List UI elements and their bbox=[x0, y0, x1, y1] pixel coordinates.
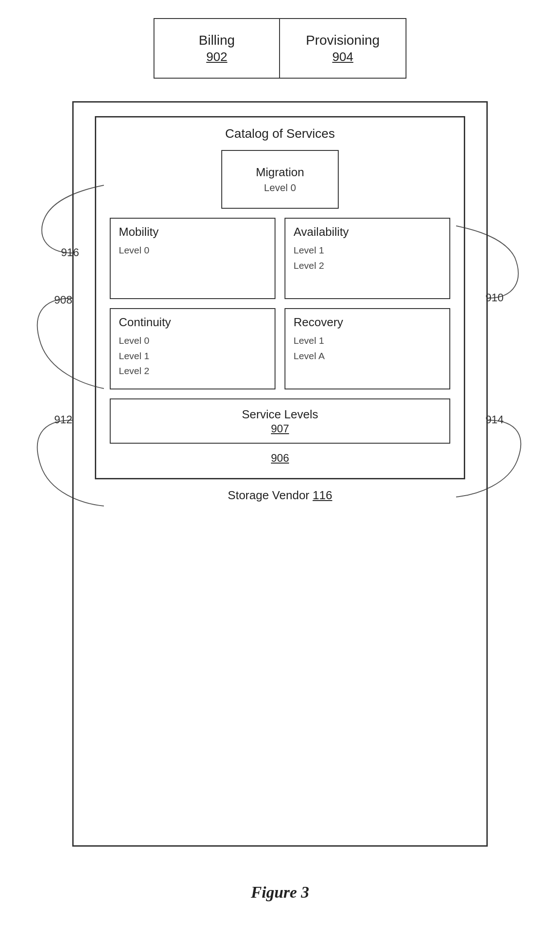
label-914: 914 bbox=[485, 413, 504, 426]
mobility-box: Mobility Level 0 bbox=[110, 218, 275, 299]
continuity-box: Continuity Level 0 Level 1 Level 2 bbox=[110, 308, 275, 389]
top-row: Billing 902 Provisioning 904 bbox=[154, 18, 406, 79]
service-grid: Mobility Level 0 Availability Level 1 Le… bbox=[110, 218, 450, 389]
service-levels-ref: 907 bbox=[271, 422, 289, 435]
continuity-title: Continuity bbox=[119, 315, 266, 329]
service-levels-label: Service Levels bbox=[242, 408, 318, 422]
label-910: 910 bbox=[485, 291, 504, 304]
storage-vendor-ref: 116 bbox=[313, 488, 332, 502]
availability-box: Availability Level 1 Level 2 bbox=[285, 218, 450, 299]
provisioning-label: Provisioning bbox=[306, 33, 379, 48]
provisioning-ref: 904 bbox=[332, 50, 354, 64]
storage-vendor-label: Storage Vendor 116 bbox=[228, 488, 332, 502]
continuity-levels: Level 0 Level 1 Level 2 bbox=[119, 333, 266, 379]
page: 916 908 910 914 912 Billing 902 Provisio… bbox=[0, 0, 560, 951]
provisioning-cell: Provisioning 904 bbox=[280, 19, 406, 78]
catalog-title: Catalog of Services bbox=[225, 126, 335, 141]
billing-cell: Billing 902 bbox=[154, 19, 280, 78]
outer-vendor-box: Catalog of Services Migration Level 0 Mo… bbox=[72, 101, 488, 847]
billing-ref: 902 bbox=[206, 50, 228, 64]
billing-label: Billing bbox=[199, 33, 235, 48]
label-912: 912 bbox=[54, 413, 72, 426]
migration-title: Migration bbox=[256, 165, 304, 179]
label-908: 908 bbox=[54, 294, 72, 306]
service-levels-box: Service Levels 907 bbox=[110, 398, 450, 444]
recovery-box: Recovery Level 1 Level A bbox=[285, 308, 450, 389]
availability-title: Availability bbox=[294, 225, 441, 239]
mobility-levels: Level 0 bbox=[119, 243, 266, 258]
migration-box: Migration Level 0 bbox=[221, 150, 339, 209]
recovery-levels: Level 1 Level A bbox=[294, 333, 441, 363]
availability-levels: Level 1 Level 2 bbox=[294, 243, 441, 273]
mobility-title: Mobility bbox=[119, 225, 266, 239]
catalog-box: Catalog of Services Migration Level 0 Mo… bbox=[95, 116, 465, 479]
figure-caption: Figure 3 bbox=[251, 883, 309, 902]
recovery-title: Recovery bbox=[294, 315, 441, 329]
migration-level: Level 0 bbox=[264, 182, 296, 194]
catalog-ref: 906 bbox=[271, 452, 289, 464]
